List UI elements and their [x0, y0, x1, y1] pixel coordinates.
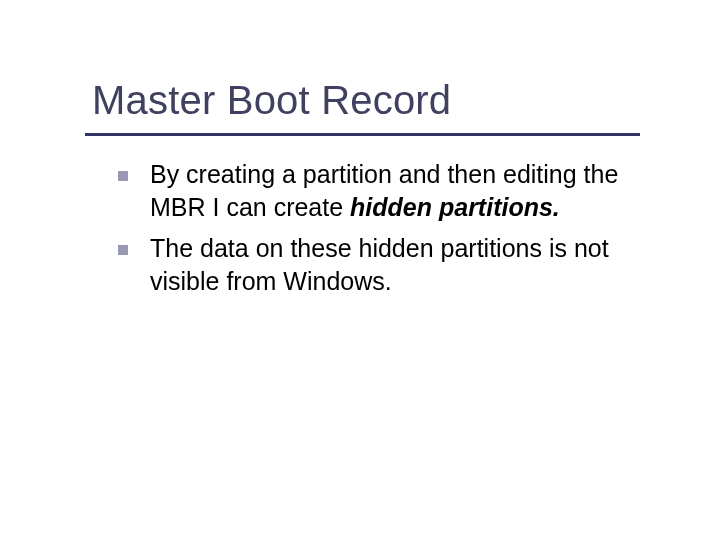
square-bullet-icon [118, 171, 128, 181]
square-bullet-icon [118, 245, 128, 255]
bullet-text: The data on these hidden partitions is n… [150, 232, 638, 298]
bullet-text-emphasis: hidden partitions. [350, 193, 560, 221]
slide-body: By creating a partition and then editing… [118, 158, 638, 306]
title-underline [85, 133, 640, 136]
bullet-text: By creating a partition and then editing… [150, 158, 638, 224]
bullet-text-plain: The data on these hidden partitions is n… [150, 234, 609, 295]
bullet-item: The data on these hidden partitions is n… [118, 232, 638, 298]
bullet-item: By creating a partition and then editing… [118, 158, 638, 224]
slide-title: Master Boot Record [92, 78, 451, 123]
slide: Master Boot Record By creating a partiti… [0, 0, 720, 540]
